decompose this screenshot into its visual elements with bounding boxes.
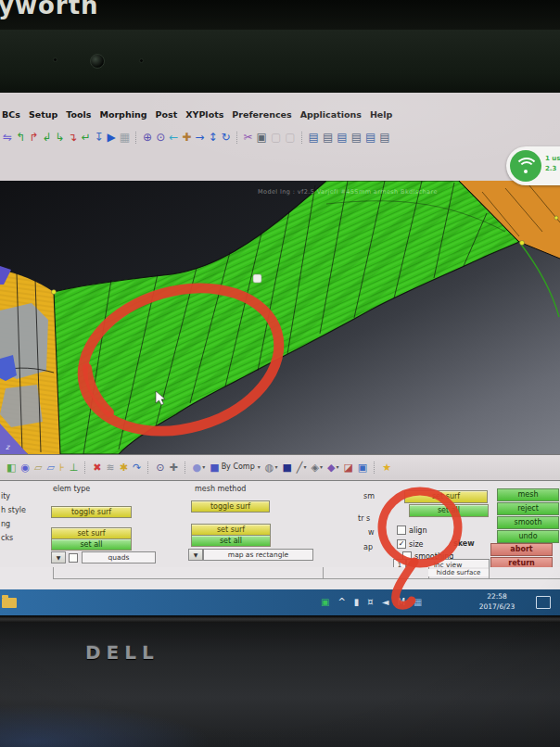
- arrow-left-icon[interactable]: ←: [168, 130, 179, 145]
- flag-icon[interactable]: ▶: [107, 130, 117, 145]
- diamond-style-icon[interactable]: ◈▾: [310, 460, 323, 475]
- zoom-auto-icon[interactable]: ⊙: [155, 460, 165, 475]
- subpanel-item-2[interactable]: ng: [1, 520, 26, 528]
- taskbar-clock[interactable]: 22:58 2017/6/23: [468, 592, 526, 613]
- delete-icon[interactable]: ✖: [92, 460, 102, 475]
- prism-style-icon[interactable]: ◆▾: [326, 460, 339, 475]
- menu-item-8[interactable]: Help: [370, 109, 392, 120]
- col-c-set-surf-button[interactable]: set surf: [404, 490, 488, 503]
- reflect-icon[interactable]: ↷: [132, 460, 142, 475]
- element-cube-icon[interactable]: ■: [281, 460, 292, 475]
- anchor-icon[interactable]: ↧: [93, 130, 104, 145]
- entity-green-icon[interactable]: ◧: [6, 460, 17, 475]
- hidden-surface-label[interactable]: hidde surface: [428, 569, 489, 576]
- paste-icon[interactable]: ▣: [256, 130, 268, 145]
- view-axis-front-icon[interactable]: ↰: [15, 130, 26, 145]
- tray-power-icon[interactable]: ¤: [366, 595, 374, 610]
- folder-tan-icon[interactable]: ▱: [33, 460, 43, 475]
- tray-chevron-icon[interactable]: ^: [337, 595, 346, 610]
- menu-item-4[interactable]: Post: [156, 109, 178, 120]
- line-style-icon[interactable]: ╱▾: [296, 460, 308, 475]
- action-button-2[interactable]: smooth: [497, 516, 559, 529]
- axes-yellow-icon[interactable]: ⊦: [58, 460, 66, 475]
- view-axis-back-icon[interactable]: ↱: [28, 130, 39, 145]
- folder-blue-icon[interactable]: ▱: [45, 460, 55, 475]
- action-button-1[interactable]: reject: [497, 502, 559, 515]
- view-axis-right-icon[interactable]: ↳: [54, 130, 65, 145]
- recent-file2-icon[interactable]: ▢: [284, 130, 296, 145]
- shaded-mode-icon[interactable]: ●▾: [192, 460, 207, 475]
- view-axis-left-icon[interactable]: ↲: [41, 130, 52, 145]
- elem-type-set-all-button[interactable]: set all: [51, 538, 132, 551]
- align-checkbox[interactable]: align: [397, 525, 427, 535]
- elem-type-checkbox[interactable]: [69, 553, 81, 563]
- arrow-right-icon[interactable]: →: [194, 130, 205, 145]
- danger-button-0[interactable]: abort: [490, 543, 553, 556]
- menu-bar: BCsSetupToolsMorphingPostXYPlotsPreferen…: [2, 107, 560, 121]
- menu-item-3[interactable]: Morphing: [99, 109, 146, 120]
- subpanel-item-0[interactable]: ity: [1, 492, 26, 500]
- panel-window6-icon[interactable]: ▤: [378, 130, 390, 145]
- action-button-3[interactable]: undo: [497, 530, 559, 543]
- sphere-blue-icon[interactable]: ◉: [19, 460, 31, 475]
- panel-window1-icon[interactable]: ▤: [308, 130, 320, 145]
- orient-swap-icon[interactable]: ⇋: [2, 130, 13, 145]
- mesh-method-field[interactable]: map as rectangle: [203, 549, 313, 561]
- monitor-icon[interactable]: ▣: [357, 460, 368, 475]
- mesh-method-label: mesh method: [195, 485, 246, 493]
- tray-input-icon[interactable]: ▦: [413, 595, 423, 610]
- plus-target-icon[interactable]: ✚: [168, 460, 178, 475]
- subpanel-item-3[interactable]: cks: [1, 534, 26, 542]
- size-checkbox[interactable]: size: [397, 539, 424, 549]
- panel-window5-icon[interactable]: ▤: [364, 130, 376, 145]
- menu-item-5[interactable]: XYPlots: [185, 109, 223, 120]
- model-viewport-canvas[interactable]: Model lng : vf2.5 Varjefl #45Smm armesh …: [0, 181, 560, 454]
- elem-type-toggle-surf-button[interactable]: toggle surf: [51, 506, 132, 518]
- col-c-set-all-button[interactable]: set all: [409, 504, 489, 517]
- subpanel-item-1[interactable]: h style: [1, 506, 26, 514]
- fit-view-icon[interactable]: ↕: [207, 130, 218, 145]
- view-axis-iso-icon[interactable]: ↵: [80, 130, 91, 145]
- tray-display-icon[interactable]: ▮: [353, 595, 361, 610]
- recent-file-icon[interactable]: ▢: [270, 130, 282, 145]
- menu-item-2[interactable]: Tools: [66, 109, 91, 120]
- favorites-star-icon[interactable]: ★: [381, 460, 392, 475]
- contrast-icon[interactable]: ◪: [342, 460, 353, 475]
- action-button-0[interactable]: mesh: [497, 488, 559, 501]
- panel-window3-icon[interactable]: ▤: [336, 130, 348, 145]
- menu-item-7[interactable]: Applications: [300, 109, 362, 120]
- zoom-window-icon[interactable]: ⊙: [155, 130, 166, 145]
- model-viewport[interactable]: Model lng : vf2.5 Varjefl #45Smm armesh …: [0, 181, 560, 454]
- mesh-method-toggle-surf-button[interactable]: toggle surf: [191, 500, 270, 513]
- view-axis-top-icon[interactable]: ↴: [67, 130, 78, 145]
- wifi-osd-line1: 1 us: [545, 154, 560, 164]
- palette-icon[interactable]: ▦: [119, 130, 131, 145]
- cut-icon[interactable]: ✂: [243, 130, 254, 145]
- menu-item-1[interactable]: Setup: [29, 109, 57, 120]
- menu-item-6[interactable]: Preferences: [232, 109, 291, 120]
- color-icon[interactable]: ✱: [119, 460, 129, 475]
- wireframe-mode-icon[interactable]: ◍▾: [264, 460, 279, 475]
- axes-green-icon[interactable]: ⊥: [69, 460, 80, 475]
- panel-subpanel-menu: ityh stylengcks: [1, 492, 26, 542]
- tray-volume-icon[interactable]: ◄: [381, 595, 390, 610]
- zoom-in-icon[interactable]: ⊕: [142, 130, 153, 145]
- panel-window4-icon[interactable]: ▤: [350, 130, 363, 145]
- display-mode-dropdown[interactable]: ■By Comp▾: [209, 460, 261, 475]
- elem-type-field[interactable]: quads: [82, 551, 156, 563]
- menu-item-0[interactable]: BCs: [2, 109, 20, 120]
- tray-app-green-icon[interactable]: ▣: [320, 595, 330, 610]
- background-wall: yworth: [0, 0, 560, 30]
- elem-type-dropdown[interactable]: ▼: [51, 551, 66, 563]
- pan-hand-icon[interactable]: ✚: [181, 130, 192, 145]
- selection-handle[interactable]: [253, 274, 261, 283]
- side-label-map: ap: [363, 543, 373, 551]
- rotate-view-icon[interactable]: ↻: [220, 130, 231, 145]
- tray-ime-icon[interactable]: M: [396, 595, 406, 610]
- taskbar-folder-icon[interactable]: [2, 598, 17, 608]
- action-center-icon[interactable]: [536, 596, 551, 609]
- mesh-method-set-all-button[interactable]: set all: [191, 535, 271, 547]
- mesh-method-dropdown[interactable]: ▼: [188, 549, 203, 561]
- panel-window2-icon[interactable]: ▤: [322, 130, 334, 145]
- organize-icon[interactable]: ≋: [106, 460, 116, 475]
